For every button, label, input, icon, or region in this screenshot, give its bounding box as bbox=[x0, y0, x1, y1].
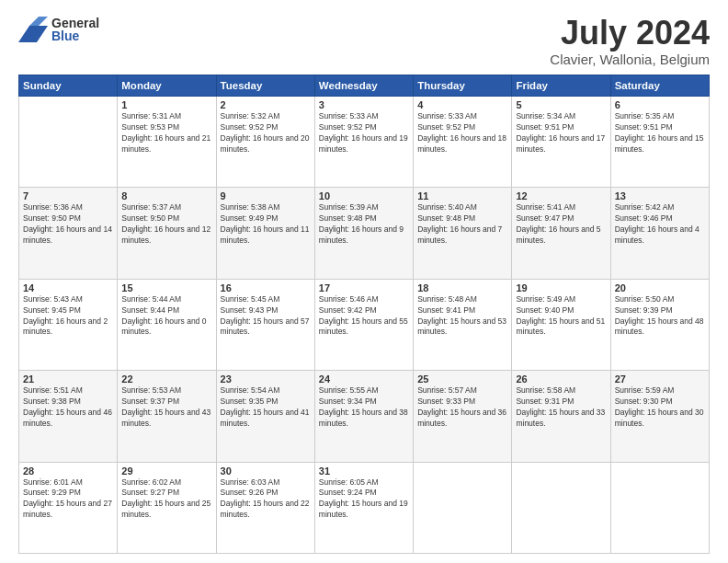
day-info: Sunrise: 5:35 AMSunset: 9:51 PMDaylight:… bbox=[615, 111, 705, 155]
day-number: 28 bbox=[23, 465, 113, 477]
day-number: 6 bbox=[615, 99, 705, 110]
calendar-cell: 1Sunrise: 5:31 AMSunset: 9:53 PMDaylight… bbox=[118, 97, 216, 188]
calendar-week: 14Sunrise: 5:43 AMSunset: 9:45 PMDayligh… bbox=[19, 279, 710, 370]
calendar-cell: 18Sunrise: 5:48 AMSunset: 9:41 PMDayligh… bbox=[414, 279, 512, 370]
header-day: Friday bbox=[512, 75, 610, 97]
calendar-cell: 25Sunrise: 5:57 AMSunset: 9:33 PMDayligh… bbox=[414, 371, 512, 462]
day-number: 30 bbox=[221, 465, 311, 477]
header-day: Sunday bbox=[19, 75, 118, 97]
calendar-cell: 11Sunrise: 5:40 AMSunset: 9:48 PMDayligh… bbox=[414, 188, 512, 279]
calendar: SundayMondayTuesdayWednesdayThursdayFrid… bbox=[18, 75, 710, 554]
calendar-cell: 8Sunrise: 5:37 AMSunset: 9:50 PMDaylight… bbox=[118, 188, 216, 279]
day-info: Sunrise: 5:33 AMSunset: 9:52 PMDaylight:… bbox=[319, 111, 409, 155]
calendar-cell: 23Sunrise: 5:54 AMSunset: 9:35 PMDayligh… bbox=[216, 371, 314, 462]
calendar-cell: 24Sunrise: 5:55 AMSunset: 9:34 PMDayligh… bbox=[314, 371, 413, 462]
day-info: Sunrise: 5:53 AMSunset: 9:37 PMDaylight:… bbox=[121, 385, 211, 430]
header: General Blue July 2024 Clavier, Wallonia… bbox=[18, 17, 710, 67]
calendar-cell: 22Sunrise: 5:53 AMSunset: 9:37 PMDayligh… bbox=[118, 371, 216, 462]
calendar-cell: 29Sunrise: 6:02 AMSunset: 9:27 PMDayligh… bbox=[118, 462, 216, 553]
logo-text: General Blue bbox=[51, 17, 99, 42]
day-number: 2 bbox=[221, 99, 311, 110]
day-number: 29 bbox=[121, 465, 211, 477]
calendar-cell: 6Sunrise: 5:35 AMSunset: 9:51 PMDaylight… bbox=[610, 97, 709, 188]
day-number: 25 bbox=[417, 373, 507, 385]
calendar-week: 28Sunrise: 6:01 AMSunset: 9:29 PMDayligh… bbox=[19, 462, 710, 553]
day-number: 13 bbox=[615, 190, 705, 201]
calendar-cell: 12Sunrise: 5:41 AMSunset: 9:47 PMDayligh… bbox=[512, 188, 610, 279]
calendar-week: 21Sunrise: 5:51 AMSunset: 9:38 PMDayligh… bbox=[19, 371, 710, 462]
header-day: Monday bbox=[118, 75, 216, 97]
day-number: 5 bbox=[516, 99, 606, 110]
calendar-cell: 3Sunrise: 5:33 AMSunset: 9:52 PMDaylight… bbox=[314, 97, 413, 188]
day-number: 4 bbox=[417, 99, 507, 110]
location: Clavier, Wallonia, Belgium bbox=[550, 52, 710, 67]
header-day: Wednesday bbox=[314, 75, 413, 97]
day-number: 18 bbox=[417, 282, 507, 293]
calendar-cell: 30Sunrise: 6:03 AMSunset: 9:26 PMDayligh… bbox=[216, 462, 314, 553]
day-info: Sunrise: 5:39 AMSunset: 9:48 PMDaylight:… bbox=[319, 202, 409, 247]
calendar-cell: 20Sunrise: 5:50 AMSunset: 9:39 PMDayligh… bbox=[610, 279, 709, 370]
day-info: Sunrise: 5:44 AMSunset: 9:44 PMDaylight:… bbox=[121, 294, 211, 339]
day-info: Sunrise: 5:48 AMSunset: 9:41 PMDaylight:… bbox=[417, 294, 507, 339]
calendar-table: SundayMondayTuesdayWednesdayThursdayFrid… bbox=[18, 75, 710, 554]
calendar-cell bbox=[414, 462, 512, 553]
day-info: Sunrise: 5:40 AMSunset: 9:48 PMDaylight:… bbox=[417, 202, 507, 247]
day-info: Sunrise: 6:02 AMSunset: 9:27 PMDaylight:… bbox=[121, 477, 211, 522]
day-number: 8 bbox=[121, 190, 211, 201]
calendar-cell: 19Sunrise: 5:49 AMSunset: 9:40 PMDayligh… bbox=[512, 279, 610, 370]
day-number: 27 bbox=[615, 373, 705, 385]
day-number: 19 bbox=[516, 282, 606, 293]
day-info: Sunrise: 5:49 AMSunset: 9:40 PMDaylight:… bbox=[516, 294, 606, 339]
day-number: 11 bbox=[417, 190, 507, 201]
calendar-cell bbox=[19, 97, 118, 188]
day-number: 1 bbox=[121, 99, 211, 110]
calendar-cell: 31Sunrise: 6:05 AMSunset: 9:24 PMDayligh… bbox=[314, 462, 413, 553]
day-number: 21 bbox=[23, 373, 113, 385]
calendar-cell: 4Sunrise: 5:33 AMSunset: 9:52 PMDaylight… bbox=[414, 97, 512, 188]
day-info: Sunrise: 5:37 AMSunset: 9:50 PMDaylight:… bbox=[121, 202, 211, 247]
month-year: July 2024 bbox=[550, 17, 710, 50]
calendar-cell: 27Sunrise: 5:59 AMSunset: 9:30 PMDayligh… bbox=[610, 371, 709, 462]
calendar-cell: 9Sunrise: 5:38 AMSunset: 9:49 PMDaylight… bbox=[216, 188, 314, 279]
day-info: Sunrise: 5:50 AMSunset: 9:39 PMDaylight:… bbox=[615, 294, 705, 339]
day-info: Sunrise: 5:54 AMSunset: 9:35 PMDaylight:… bbox=[221, 385, 311, 430]
title-block: July 2024 Clavier, Wallonia, Belgium bbox=[550, 17, 710, 67]
calendar-cell bbox=[512, 462, 610, 553]
day-number: 10 bbox=[319, 190, 409, 201]
day-number: 15 bbox=[121, 282, 211, 293]
header-day: Thursday bbox=[414, 75, 512, 97]
logo-blue: Blue bbox=[51, 29, 99, 42]
day-info: Sunrise: 5:55 AMSunset: 9:34 PMDaylight:… bbox=[319, 385, 409, 430]
day-info: Sunrise: 5:58 AMSunset: 9:31 PMDaylight:… bbox=[516, 385, 606, 430]
logo-icon bbox=[18, 17, 48, 42]
day-info: Sunrise: 6:03 AMSunset: 9:26 PMDaylight:… bbox=[221, 477, 311, 522]
calendar-cell: 21Sunrise: 5:51 AMSunset: 9:38 PMDayligh… bbox=[19, 371, 118, 462]
page: General Blue July 2024 Clavier, Wallonia… bbox=[0, 0, 728, 563]
calendar-cell: 2Sunrise: 5:32 AMSunset: 9:52 PMDaylight… bbox=[216, 97, 314, 188]
logo: General Blue bbox=[18, 17, 99, 42]
calendar-cell: 7Sunrise: 5:36 AMSunset: 9:50 PMDaylight… bbox=[19, 188, 118, 279]
calendar-cell: 14Sunrise: 5:43 AMSunset: 9:45 PMDayligh… bbox=[19, 279, 118, 370]
day-info: Sunrise: 6:05 AMSunset: 9:24 PMDaylight:… bbox=[319, 477, 409, 522]
day-info: Sunrise: 5:38 AMSunset: 9:49 PMDaylight:… bbox=[221, 202, 311, 247]
calendar-cell: 10Sunrise: 5:39 AMSunset: 9:48 PMDayligh… bbox=[314, 188, 413, 279]
day-number: 22 bbox=[121, 373, 211, 385]
day-info: Sunrise: 5:34 AMSunset: 9:51 PMDaylight:… bbox=[516, 111, 606, 155]
day-number: 20 bbox=[615, 282, 705, 293]
day-info: Sunrise: 5:31 AMSunset: 9:53 PMDaylight:… bbox=[121, 111, 211, 155]
day-info: Sunrise: 5:59 AMSunset: 9:30 PMDaylight:… bbox=[615, 385, 705, 430]
calendar-cell: 5Sunrise: 5:34 AMSunset: 9:51 PMDaylight… bbox=[512, 97, 610, 188]
day-info: Sunrise: 5:41 AMSunset: 9:47 PMDaylight:… bbox=[516, 202, 606, 247]
calendar-cell: 16Sunrise: 5:45 AMSunset: 9:43 PMDayligh… bbox=[216, 279, 314, 370]
day-number: 31 bbox=[319, 465, 409, 477]
day-number: 24 bbox=[319, 373, 409, 385]
day-number: 14 bbox=[23, 282, 113, 293]
day-number: 12 bbox=[516, 190, 606, 201]
day-number: 16 bbox=[221, 282, 311, 293]
calendar-cell: 13Sunrise: 5:42 AMSunset: 9:46 PMDayligh… bbox=[610, 188, 709, 279]
day-info: Sunrise: 5:57 AMSunset: 9:33 PMDaylight:… bbox=[417, 385, 507, 430]
header-day: Tuesday bbox=[216, 75, 314, 97]
day-info: Sunrise: 6:01 AMSunset: 9:29 PMDaylight:… bbox=[23, 477, 113, 522]
day-info: Sunrise: 5:36 AMSunset: 9:50 PMDaylight:… bbox=[23, 202, 113, 247]
day-info: Sunrise: 5:42 AMSunset: 9:46 PMDaylight:… bbox=[615, 202, 705, 247]
